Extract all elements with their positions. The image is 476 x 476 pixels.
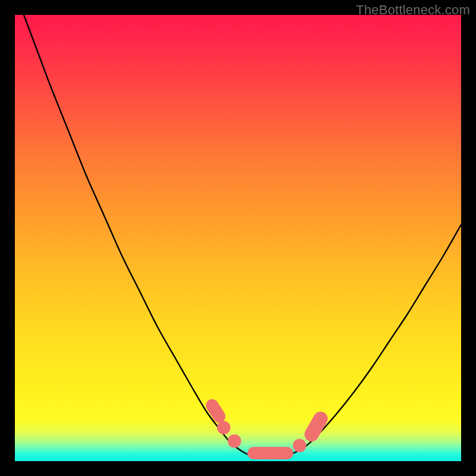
bottleneck-curve	[24, 15, 461, 458]
data-markers	[212, 405, 321, 453]
data-marker	[212, 405, 220, 416]
curve-path	[24, 15, 461, 458]
watermark-text: TheBottleneck.com	[356, 2, 470, 18]
data-marker	[217, 421, 231, 435]
plot-area	[15, 15, 461, 461]
chart-svg	[15, 15, 461, 461]
data-marker	[312, 419, 321, 434]
chart-frame: TheBottleneck.com	[0, 0, 476, 476]
data-marker	[293, 439, 306, 453]
data-marker	[228, 434, 242, 448]
